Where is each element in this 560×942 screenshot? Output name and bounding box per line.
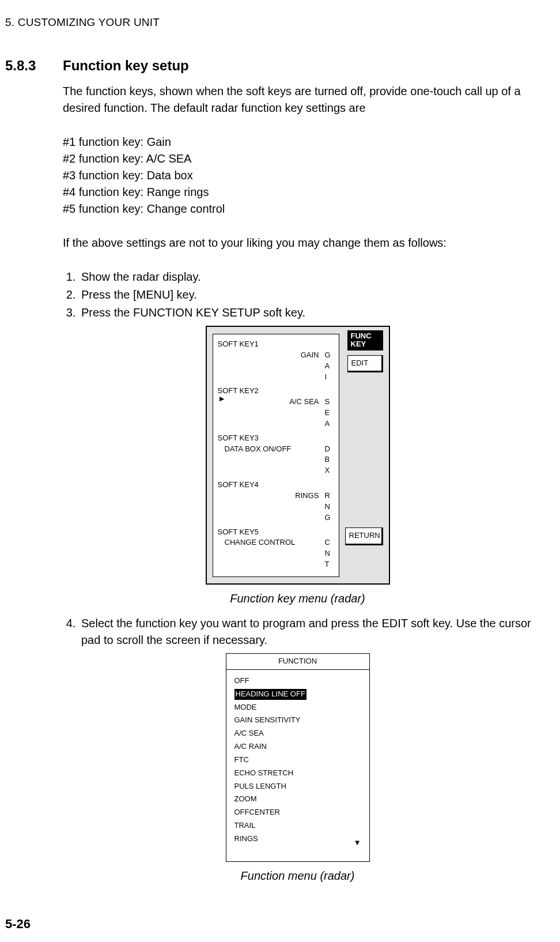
- softkey-code: N: [325, 548, 334, 559]
- function-option[interactable]: FTC: [234, 755, 361, 766]
- softkey-value: CHANGE CONTROL: [218, 537, 325, 548]
- scroll-down-icon[interactable]: ▼: [354, 838, 361, 849]
- figure-2: FUNCTION OFF HEADING LINE OFF MODE GAIN …: [63, 653, 532, 862]
- return-button[interactable]: RETURN: [345, 527, 383, 545]
- function-option[interactable]: ZOOM: [234, 794, 361, 805]
- function-menu-screen: FUNCTION OFF HEADING LINE OFF MODE GAIN …: [226, 653, 370, 862]
- function-menu-body: OFF HEADING LINE OFF MODE GAIN SENSITIVI…: [226, 670, 369, 854]
- softkey-code: G: [325, 350, 334, 361]
- key-text: KEY: [351, 340, 380, 348]
- step: Press the [MENU] key.: [79, 287, 532, 303]
- default-item: #5 function key: Change control: [63, 201, 532, 217]
- func-text: FUNC: [351, 332, 380, 340]
- softkey3-row: SOFT KEY3 DATA BOX ON/OFF D B X: [218, 433, 334, 476]
- softkey-value: RINGS: [218, 491, 325, 502]
- softkey-code: X: [325, 465, 334, 476]
- figure-2-caption: Function menu (radar): [63, 868, 532, 884]
- function-menu-title: FUNCTION: [226, 654, 369, 670]
- steps-list-continued: Select the function key you want to prog…: [63, 615, 532, 649]
- pointer-icon: ▶: [220, 394, 224, 404]
- softkey1-row: SOFT KEY1 GAIN G A I: [218, 339, 334, 382]
- intro-paragraph-2: If the above settings are not to your li…: [63, 235, 532, 251]
- section-title: Function key setup: [63, 58, 189, 74]
- softkey2-row: SOFT KEY2 ▶ A/C SEA S E A: [218, 386, 334, 429]
- softkey-code: N: [325, 502, 334, 513]
- function-option[interactable]: RINGS: [234, 834, 361, 845]
- page: 5. CUSTOMIZING YOUR UNIT 5.8.3 Function …: [0, 0, 560, 942]
- chapter-header: 5. CUSTOMIZING YOUR UNIT: [5, 16, 532, 29]
- function-option-selected[interactable]: HEADING LINE OFF: [234, 689, 361, 700]
- softkey-code: A: [325, 361, 334, 372]
- softkey-label: SOFT KEY3: [218, 433, 334, 444]
- body-text: The function keys, shown when the soft k…: [63, 83, 532, 884]
- function-option[interactable]: MODE: [234, 702, 361, 713]
- section-number: 5.8.3: [5, 58, 63, 74]
- step: Press the FUNCTION KEY SETUP soft key.: [79, 304, 532, 321]
- softkey-code: E: [325, 408, 334, 419]
- side-bottom-panel: RETURN: [345, 523, 383, 545]
- softkey-label: SOFT KEY4: [218, 480, 334, 491]
- function-option[interactable]: TRAIL: [234, 820, 361, 831]
- function-option[interactable]: A/C SEA: [234, 728, 361, 739]
- default-list: #1 function key: Gain #2 function key: A…: [63, 134, 532, 217]
- default-item: #4 function key: Range rings: [63, 184, 532, 201]
- function-option[interactable]: OFF: [234, 676, 361, 687]
- selected-text: HEADING LINE OFF: [234, 689, 307, 700]
- steps-list: Show the radar display. Press the [MENU]…: [63, 269, 532, 321]
- function-option[interactable]: PULS LENGTH: [234, 781, 361, 792]
- intro-paragraph: The function keys, shown when the soft k…: [63, 83, 532, 116]
- softkey-code: T: [325, 559, 334, 570]
- softkey4-row: SOFT KEY4 RINGS R N G: [218, 480, 334, 523]
- step: Show the radar display.: [79, 269, 532, 285]
- function-option[interactable]: GAIN SENSITIVITY: [234, 715, 361, 726]
- figure-1: SOFT KEY1 GAIN G A I SOFT KEY2 ▶ A/C SEA: [63, 326, 532, 585]
- softkey-code: R: [325, 491, 334, 502]
- default-item: #1 function key: Gain: [63, 134, 532, 150]
- section-heading: 5.8.3 Function key setup: [5, 58, 532, 74]
- softkey-value: GAIN: [218, 350, 325, 361]
- softkey-code: A: [325, 419, 334, 429]
- function-key-menu-screen: SOFT KEY1 GAIN G A I SOFT KEY2 ▶ A/C SEA: [206, 326, 390, 585]
- func-key-label: FUNC KEY: [347, 330, 383, 351]
- softkey-value: A/C SEA: [218, 397, 325, 408]
- softkey-code: C: [325, 537, 334, 548]
- function-option[interactable]: A/C RAIN: [234, 741, 361, 752]
- softkey-code: B: [325, 454, 334, 465]
- default-item: #2 function key: A/C SEA: [63, 150, 532, 167]
- edit-button[interactable]: EDIT: [347, 355, 383, 373]
- softkey-label: SOFT KEY2: [218, 386, 334, 397]
- step: Select the function key you want to prog…: [79, 615, 532, 649]
- softkey-value: DATA BOX ON/OFF: [218, 444, 325, 455]
- softkey-code: S: [325, 397, 334, 408]
- side-top-panel: FUNC KEY EDIT: [347, 330, 383, 372]
- softkey-label: SOFT KEY1: [218, 339, 334, 350]
- figure-1-caption: Function key menu (radar): [63, 590, 532, 607]
- menu-content-area: SOFT KEY1 GAIN G A I SOFT KEY2 ▶ A/C SEA: [213, 334, 339, 577]
- softkey-code: G: [325, 513, 334, 523]
- softkey-label: SOFT KEY5: [218, 527, 334, 538]
- function-option[interactable]: ECHO STRETCH: [234, 768, 361, 779]
- page-number: 5-26: [5, 917, 31, 932]
- default-item: #3 function key: Data box: [63, 167, 532, 184]
- softkey5-row: SOFT KEY5 CHANGE CONTROL C N T: [218, 527, 334, 570]
- function-option[interactable]: OFFCENTER: [234, 807, 361, 818]
- softkey-code: I: [325, 372, 334, 383]
- softkey-code: D: [325, 444, 334, 455]
